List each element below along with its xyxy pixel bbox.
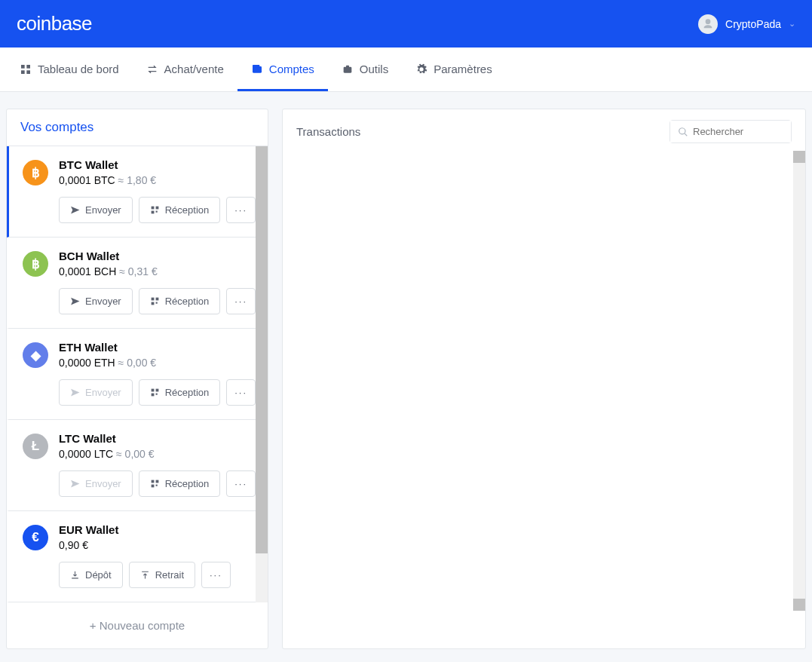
button-label: Envoyer (85, 387, 121, 398)
more-button[interactable]: ··· (201, 562, 231, 588)
account-actions: EnvoyerRéception··· (59, 379, 256, 406)
svg-rect-17 (155, 389, 158, 392)
send-button: Envoyer (59, 470, 133, 497)
receive-button[interactable]: Réception (139, 288, 221, 314)
receive-icon (150, 388, 160, 397)
receive-icon (150, 205, 160, 215)
coin-icon: ◆ (23, 342, 48, 368)
avatar (698, 14, 718, 34)
user-name: CryptoPada (725, 18, 781, 30)
wallet-icon (251, 63, 263, 75)
account-actions: EnvoyerRéception··· (59, 470, 256, 497)
account-name: ETH Wallet (59, 341, 256, 354)
svg-rect-8 (151, 207, 154, 210)
svg-rect-1 (26, 65, 30, 69)
svg-rect-6 (344, 66, 352, 72)
nav-item-settings[interactable]: Paramètres (402, 48, 506, 91)
account-row[interactable]: ฿BTC Wallet0,0001 BTC ≈ 1,80 €EnvoyerRéc… (7, 146, 268, 238)
svg-rect-21 (155, 480, 158, 483)
svg-rect-15 (155, 302, 157, 304)
send-icon (70, 205, 80, 215)
receive-button[interactable]: Réception (139, 197, 221, 223)
account-row[interactable]: €EUR Wallet0,90 €DépôtRetrait··· (7, 511, 268, 602)
svg-rect-9 (155, 207, 158, 210)
account-balance: 0,0000 LTC ≈ 0,00 € (59, 448, 256, 460)
scrollbar-up[interactable] (793, 151, 805, 163)
tools-icon (342, 63, 354, 75)
nav-label: Outils (360, 63, 388, 75)
send-icon (70, 479, 80, 489)
button-label: Envoyer (85, 296, 121, 307)
account-actions: EnvoyerRéception··· (59, 288, 256, 314)
coin-icon: ฿ (23, 160, 48, 185)
chevron-down-icon: ⌄ (789, 19, 795, 29)
button-label: Retrait (155, 569, 184, 581)
receive-button[interactable]: Réception (139, 470, 221, 497)
app-header: coinbase CryptoPada ⌄ (0, 0, 812, 48)
nav-item-wallet[interactable]: Comptes (237, 48, 328, 91)
new-account-label: Nouveau compte (100, 619, 185, 632)
nav-item-swap[interactable]: Achat/vente (133, 48, 237, 91)
deposit-button[interactable]: Dépôt (59, 562, 123, 588)
user-menu[interactable]: CryptoPada ⌄ (698, 14, 795, 34)
account-row[interactable]: ŁLTC Wallet0,0000 LTC ≈ 0,00 €EnvoyerRéc… (7, 420, 268, 511)
transactions-body (283, 151, 805, 611)
scrollbar-down[interactable] (793, 599, 805, 611)
search-box[interactable] (670, 120, 792, 143)
account-balance: 0,0001 BCH ≈ 0,31 € (59, 265, 256, 277)
account-balance: 0,90 € (59, 539, 248, 551)
account-balance: 0,0001 BTC ≈ 1,80 € (59, 174, 256, 186)
scrollbar[interactable] (256, 146, 268, 602)
new-account-button[interactable]: + Nouveau compte (7, 602, 268, 648)
button-label: Réception (165, 296, 210, 307)
main-nav: Tableau de bordAchat/venteComptesOutilsP… (0, 48, 812, 92)
button-label: Réception (165, 478, 210, 489)
account-name: LTC Wallet (59, 432, 256, 445)
more-button[interactable]: ··· (226, 288, 256, 314)
more-button[interactable]: ··· (226, 379, 256, 406)
withdraw-icon (140, 570, 150, 580)
account-row[interactable]: ◆ETH Wallet0,0000 ETH ≈ 0,00 €EnvoyerRéc… (7, 329, 268, 420)
nav-item-dashboard[interactable]: Tableau de bord (6, 48, 133, 91)
withdraw-button[interactable]: Retrait (129, 562, 195, 588)
search-input[interactable] (670, 121, 791, 143)
receive-icon (150, 296, 160, 306)
more-button[interactable]: ··· (226, 197, 256, 223)
account-actions: DépôtRetrait··· (59, 562, 248, 588)
nav-label: Comptes (269, 63, 314, 75)
svg-rect-16 (151, 389, 154, 392)
scrollbar[interactable] (793, 151, 805, 611)
svg-rect-2 (21, 70, 25, 74)
coin-icon: Ł (23, 434, 48, 459)
send-button[interactable]: Envoyer (59, 288, 133, 314)
svg-rect-5 (253, 65, 259, 67)
send-button[interactable]: Envoyer (59, 197, 133, 223)
nav-item-tools[interactable]: Outils (328, 48, 402, 91)
settings-icon (415, 63, 427, 75)
svg-rect-18 (151, 394, 154, 397)
svg-rect-14 (151, 302, 154, 305)
svg-rect-12 (151, 298, 154, 301)
plus-icon: + (90, 619, 100, 632)
account-row[interactable]: ฿BCH Wallet0,0001 BCH ≈ 0,31 €EnvoyerRéc… (7, 238, 268, 329)
svg-rect-3 (26, 70, 30, 74)
svg-rect-11 (155, 211, 157, 213)
transactions-panel: Transactions (282, 109, 806, 649)
receive-button[interactable]: Réception (139, 379, 221, 406)
deposit-icon (70, 570, 80, 580)
account-name: EUR Wallet (59, 523, 248, 536)
more-button[interactable]: ··· (226, 470, 256, 497)
button-label: Envoyer (85, 204, 121, 216)
svg-rect-22 (151, 485, 154, 488)
scrollbar-thumb[interactable] (256, 146, 268, 553)
coin-icon: € (23, 525, 48, 550)
brand-logo: coinbase (17, 12, 92, 35)
svg-rect-13 (155, 298, 158, 301)
svg-rect-19 (155, 394, 157, 395)
button-label: Réception (165, 204, 210, 216)
account-name: BTC Wallet (59, 158, 256, 171)
nav-label: Achat/vente (164, 63, 224, 75)
nav-label: Tableau de bord (38, 63, 119, 75)
svg-rect-10 (151, 211, 154, 214)
svg-rect-7 (346, 65, 349, 67)
